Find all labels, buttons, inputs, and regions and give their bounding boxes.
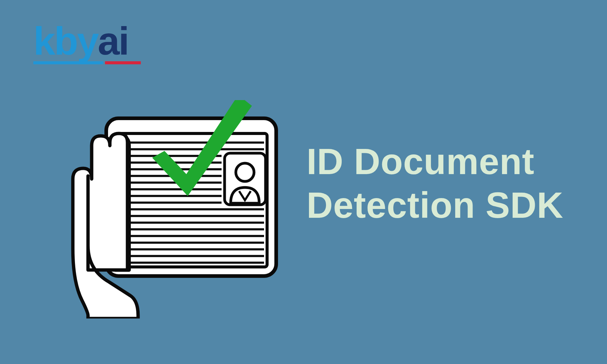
svg-point-22	[236, 163, 254, 181]
logo-underline-blue	[33, 61, 103, 64]
headline: ID Document Detection SDK	[307, 140, 563, 227]
logo-text-part1: kby	[33, 19, 98, 63]
headline-line2: Detection SDK	[307, 183, 563, 227]
headline-line1: ID Document	[307, 140, 563, 183]
id-card-illustration	[70, 100, 288, 318]
logo-underline-red	[105, 61, 141, 64]
brand-logo: kbyai	[33, 21, 128, 61]
id-card-hand-icon	[70, 100, 288, 318]
logo-text-part2: ai	[98, 19, 128, 63]
